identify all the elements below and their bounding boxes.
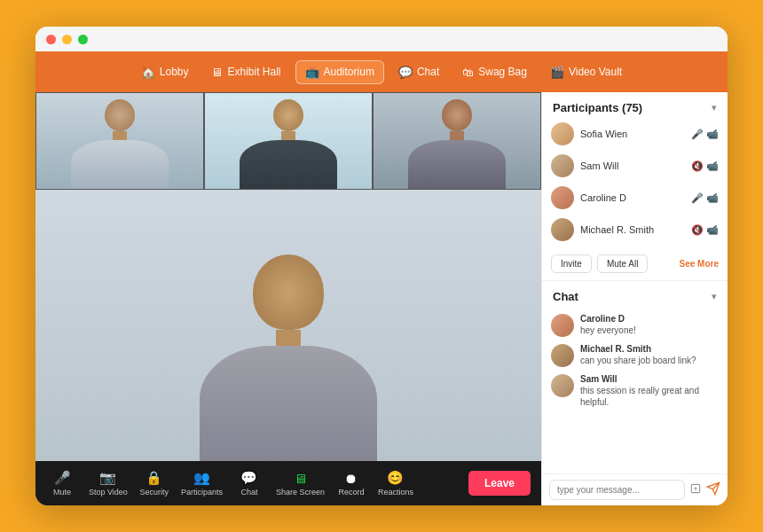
camera-icon: 📷	[99, 470, 116, 486]
participants-chevron[interactable]: ▾	[712, 102, 717, 113]
invite-button[interactable]: Invite	[551, 254, 592, 273]
video-vault-icon: 🎬	[550, 66, 564, 79]
nav-auditorium[interactable]: 📺 Auditorium	[295, 60, 384, 84]
participants-button[interactable]: 👥 Participants	[181, 470, 223, 497]
title-bar	[35, 27, 728, 51]
maximize-button[interactable]	[78, 35, 88, 44]
leave-button[interactable]: Leave	[468, 471, 531, 496]
chat-text-caroline: hey everyone!	[580, 325, 636, 336]
participant-icons-michael: 🔇 📹	[691, 224, 719, 236]
participant-icons-sofia: 🎤 📹	[691, 129, 719, 140]
record-button[interactable]: ⏺ Record	[335, 471, 367, 497]
participants-title: Participants (75)	[553, 101, 642, 114]
share-screen-icon: 🖥	[294, 471, 307, 486]
avatar-caroline	[551, 186, 574, 209]
chat-avatar-sam	[551, 374, 574, 397]
nav-exhibit-hall[interactable]: 🖥 Exhibit Hall	[202, 61, 289, 83]
main-content: 🎤 Mute 📷 Stop Video 🔒 Security 👥 Partici…	[35, 92, 728, 505]
chat-message: Sam Will this session is really great an…	[551, 374, 719, 408]
nav-video-vault[interactable]: 🎬 Video Vault	[541, 61, 631, 83]
mic-muted-icon: 🔇	[691, 224, 704, 236]
participants-icon: 👥	[193, 470, 210, 486]
mic-on-icon: 🎤	[691, 192, 704, 204]
chat-messages: Caroline D hey everyone! Michael R. Smit…	[542, 309, 728, 473]
chat-sender-michael: Michael R. Smith	[580, 344, 696, 354]
nav-lobby-label: Lobby	[160, 66, 189, 78]
avatar-sofia	[551, 122, 574, 145]
participant-list: Sofia Wien 🎤 📹 Sam Will 🔇 📹	[542, 120, 728, 249]
chat-header: Chat ▾	[542, 281, 728, 309]
mute-all-button[interactable]: Mute All	[597, 254, 649, 273]
chat-sender-caroline: Caroline D	[580, 314, 636, 324]
video-thumb-3[interactable]	[373, 92, 541, 190]
participant-name-sam: Sam Will	[580, 160, 685, 171]
video-on-icon: 📹	[706, 192, 719, 204]
chat-section: Chat ▾ Caroline D hey everyone!	[542, 281, 728, 505]
reactions-button[interactable]: 😊 Reactions	[378, 470, 413, 497]
participant-row: Michael R. Smith 🔇 📹	[551, 215, 719, 244]
mic-icon: 🎤	[54, 470, 71, 486]
reactions-icon: 😊	[387, 470, 404, 486]
mute-button[interactable]: 🎤 Mute	[46, 470, 78, 497]
toolbar: 🎤 Mute 📷 Stop Video 🔒 Security 👥 Partici…	[35, 461, 541, 505]
nav-chat-label: Chat	[417, 66, 439, 78]
toolbar-left: 🎤 Mute 📷 Stop Video 🔒 Security 👥 Partici…	[46, 470, 413, 497]
video-on-icon: 📹	[706, 129, 719, 140]
chat-sender-sam: Sam Will	[580, 374, 719, 384]
chat-chevron[interactable]: ▾	[712, 291, 717, 302]
main-window: 🏠 Lobby 🖥 Exhibit Hall 📺 Auditorium 💬 Ch…	[35, 27, 728, 505]
video-on-icon: 📹	[706, 160, 719, 172]
participant-name-caroline: Caroline D	[580, 192, 685, 203]
swag-icon: 🛍	[462, 66, 474, 79]
mic-muted-icon: 🔇	[691, 160, 704, 172]
close-button[interactable]	[46, 35, 56, 44]
chat-input-row	[542, 473, 728, 505]
mic-on-icon: 🎤	[691, 129, 704, 140]
chat-message: Michael R. Smith can you share job board…	[551, 344, 719, 367]
chat-text-michael: can you share job board link?	[580, 355, 696, 366]
nav-chat[interactable]: 💬 Chat	[389, 61, 448, 83]
participant-row: Sam Will 🔇 📹	[551, 152, 719, 180]
security-button[interactable]: 🔒 Security	[138, 470, 170, 497]
chat-nav-icon: 💬	[398, 66, 413, 79]
exhibit-icon: 🖥	[211, 66, 223, 79]
chat-input[interactable]	[549, 480, 685, 500]
share-screen-button[interactable]: 🖥 Share Screen	[276, 471, 325, 497]
sidebar: Participants (75) ▾ Sofia Wien 🎤 📹	[541, 92, 728, 505]
participant-name-sofia: Sofia Wien	[580, 129, 685, 139]
stop-video-button[interactable]: 📷 Stop Video	[89, 470, 128, 497]
send-button[interactable]	[706, 481, 720, 499]
see-more-button[interactable]: See More	[680, 259, 719, 269]
video-thumbnails	[35, 92, 541, 190]
participants-section: Participants (75) ▾ Sofia Wien 🎤 📹	[542, 92, 728, 281]
video-area: 🎤 Mute 📷 Stop Video 🔒 Security 👥 Partici…	[35, 92, 541, 505]
nav-bar: 🏠 Lobby 🖥 Exhibit Hall 📺 Auditorium 💬 Ch…	[35, 51, 728, 92]
chat-message: Caroline D hey everyone!	[551, 314, 719, 337]
participants-header: Participants (75) ▾	[542, 92, 728, 120]
participants-count: (75)	[622, 101, 642, 114]
chat-avatar-michael	[551, 344, 574, 367]
auditorium-icon: 📺	[305, 66, 319, 79]
participant-icons-sam: 🔇 📹	[691, 160, 719, 172]
video-thumb-1[interactable]	[35, 92, 204, 190]
lock-icon: 🔒	[146, 470, 162, 486]
attach-button[interactable]	[689, 482, 702, 497]
nav-auditorium-label: Auditorium	[324, 66, 374, 78]
video-thumb-2[interactable]	[204, 92, 373, 190]
participant-icons-caroline: 🎤 📹	[691, 192, 719, 204]
participant-row: Sofia Wien 🎤 📹	[551, 120, 719, 148]
main-speaker	[200, 254, 377, 461]
nav-video-vault-label: Video Vault	[569, 66, 622, 78]
participant-actions: Invite Mute All See More	[542, 249, 728, 280]
minimize-button[interactable]	[62, 35, 72, 44]
record-icon: ⏺	[344, 471, 358, 486]
avatar-michael	[551, 218, 574, 241]
nav-swag-label: Swag Bag	[478, 66, 527, 78]
chat-toolbar-button[interactable]: 💬 Chat	[233, 470, 265, 497]
nav-lobby[interactable]: 🏠 Lobby	[132, 61, 198, 83]
participant-row: Caroline D 🎤 📹	[551, 184, 719, 212]
main-video	[35, 190, 541, 461]
nav-swag-bag[interactable]: 🛍 Swag Bag	[453, 61, 536, 83]
home-icon: 🏠	[141, 66, 155, 79]
chat-avatar-caroline	[551, 314, 574, 337]
